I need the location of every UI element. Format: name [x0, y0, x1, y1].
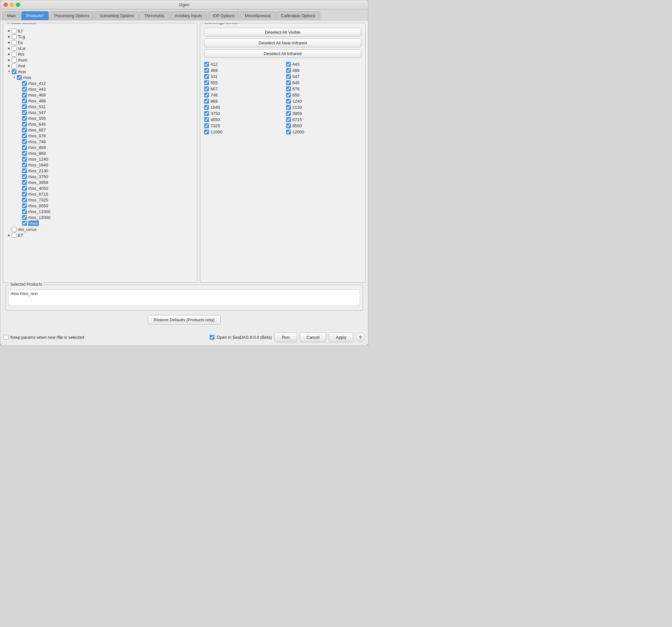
wl-cb-667[interactable]: [204, 86, 209, 91]
minimize-button[interactable]: [10, 3, 14, 7]
tree-item-rhos_6715[interactable]: rhos_6715: [5, 191, 195, 197]
cb-rhos_667[interactable]: [22, 128, 27, 132]
cb-rhos_1240[interactable]: [22, 157, 27, 161]
wl-cb-11000[interactable]: [204, 129, 209, 134]
tab-thresholds[interactable]: Thresholds: [139, 11, 169, 20]
cb-rhos_4050[interactable]: [22, 186, 27, 191]
wl-cb-2130[interactable]: [286, 105, 291, 110]
wl-cb-1640[interactable]: [204, 105, 209, 110]
cb-rhos_3750[interactable]: [22, 174, 27, 179]
tab-misc[interactable]: Miscellaneous: [240, 11, 275, 20]
arrow-nLw[interactable]: [6, 46, 12, 51]
tab-products[interactable]: Products*: [21, 11, 49, 20]
arrow-rhos[interactable]: [6, 69, 12, 74]
tree-item-BT[interactable]: BT: [5, 232, 195, 238]
tree-item-rhos[interactable]: rhos: [5, 69, 195, 74]
wl-cb-7325[interactable]: [204, 123, 209, 128]
apply-button[interactable]: Apply: [329, 332, 353, 342]
cb-rhos_11000[interactable]: [22, 209, 27, 214]
open-seadas-checkbox[interactable]: [210, 335, 215, 340]
keep-params-checkbox[interactable]: [4, 335, 8, 340]
cb-rhos_488[interactable]: [22, 98, 27, 103]
tree-item-rhos_11000[interactable]: rhos_11000: [5, 208, 195, 215]
wl-cb-3750[interactable]: [204, 111, 209, 116]
arrow-TLg[interactable]: [6, 34, 12, 39]
tab-processing[interactable]: Processing Options: [49, 11, 94, 20]
cb-rhos_2130[interactable]: [22, 169, 27, 173]
arrow-rhot[interactable]: [6, 63, 12, 68]
cb-rho_cirrus[interactable]: [12, 227, 17, 232]
arrow-Es[interactable]: [6, 40, 12, 45]
tree-item-rhos_667[interactable]: rhos_667: [5, 127, 195, 133]
wl-cb-6715[interactable]: [286, 117, 291, 122]
deselect-all-ir-button[interactable]: Deselect All Infrared: [204, 49, 361, 58]
arrow-rhos-sub[interactable]: [12, 75, 17, 80]
tree-item-rhos_547[interactable]: rhos_547: [5, 109, 195, 115]
wl-cb-859[interactable]: [286, 93, 291, 98]
wl-cb-555[interactable]: [204, 80, 209, 85]
tree-item-tLf[interactable]: tLf: [5, 28, 195, 34]
tab-ancillary[interactable]: Ancillary Inputs: [170, 11, 207, 20]
tree-item-rhos_8550[interactable]: rhos_8550: [5, 203, 195, 208]
cb-rhos-sub[interactable]: [17, 75, 22, 80]
help-button[interactable]: ?: [356, 333, 365, 342]
cb-rhos_412[interactable]: [22, 81, 27, 86]
tree-item-rhos_12000[interactable]: rhos_12000: [5, 215, 195, 220]
run-button[interactable]: Run: [274, 332, 297, 342]
wl-cb-12000[interactable]: [286, 129, 291, 134]
cb-Es[interactable]: [12, 40, 17, 45]
cb-rhom[interactable]: [12, 58, 17, 62]
tree-item-rho_cirrus[interactable]: rho_cirrus: [5, 226, 195, 232]
tree-item-rhos_3750[interactable]: rhos_3750: [5, 174, 195, 179]
cb-rhos_555[interactable]: [22, 116, 27, 121]
tree-item-rhos_3959[interactable]: rhos_3959: [5, 179, 195, 185]
cb-rhos_1640[interactable]: [22, 162, 27, 168]
arrow-tLf[interactable]: [6, 28, 12, 33]
product-tree-scroll[interactable]: tLf TLg Es: [3, 23, 197, 282]
cb-rhos-tag[interactable]: [22, 221, 27, 226]
tree-item-rhos_748[interactable]: rhos_748: [5, 139, 195, 145]
wl-cb-748[interactable]: [204, 93, 209, 98]
cb-rhos_3959[interactable]: [22, 180, 27, 185]
tree-item-rhos_869[interactable]: rhos_869: [5, 150, 195, 156]
tree-item-rhos_2130[interactable]: rhos_2130: [5, 168, 195, 174]
tree-item-rhos_412[interactable]: rhos_412: [5, 80, 195, 86]
tree-item-rhos_645[interactable]: rhos_645: [5, 121, 195, 127]
tree-item-rhos-sub[interactable]: rhos: [5, 74, 195, 80]
cb-rhos_8550[interactable]: [22, 203, 27, 208]
tree-item-rhom[interactable]: rhom: [5, 57, 195, 63]
cb-Rrs[interactable]: [12, 52, 17, 57]
cb-rhos_469[interactable]: [22, 93, 27, 98]
tree-item-rhos_859[interactable]: rhos_859: [5, 145, 195, 150]
cb-rhot[interactable]: [12, 64, 17, 68]
cb-TLg[interactable]: [12, 34, 17, 39]
tree-item-rhos_1240[interactable]: rhos_1240: [5, 156, 195, 162]
tree-item-rhos_443[interactable]: rhos_443: [5, 86, 195, 92]
tree-item-rhos_7325[interactable]: rhos_7325: [5, 197, 195, 203]
tree-item-rhos_488[interactable]: rhos_488: [5, 98, 195, 104]
tab-iop[interactable]: IOP Options: [208, 11, 239, 20]
arrow-Rrs[interactable]: [6, 51, 12, 57]
tree-item-nLw[interactable]: nLw: [5, 45, 195, 51]
cb-nLw[interactable]: [12, 46, 17, 51]
tree-item-rhos_4050[interactable]: rhos_4050: [5, 185, 195, 191]
cb-rhos[interactable]: [12, 69, 17, 74]
cb-rhos_7325[interactable]: [22, 198, 27, 202]
tab-main[interactable]: Main: [2, 11, 21, 20]
wl-cb-412[interactable]: [204, 62, 209, 67]
tree-item-TLg[interactable]: TLg: [5, 34, 195, 40]
close-button[interactable]: [4, 3, 8, 7]
tree-item-rhot[interactable]: rhot: [5, 63, 195, 69]
tree-item-rhos_1640[interactable]: rhos_1640: [5, 162, 195, 168]
tree-item-rhos_469[interactable]: rhos_469: [5, 92, 195, 98]
cb-rhos_547[interactable]: [22, 110, 27, 115]
cb-rhos_6715[interactable]: [22, 192, 27, 197]
wl-cb-645[interactable]: [286, 80, 291, 85]
cb-rhos_443[interactable]: [22, 87, 27, 92]
wl-cb-678[interactable]: [286, 86, 291, 91]
wl-cb-1240[interactable]: [286, 99, 291, 104]
arrow-rhom[interactable]: [6, 57, 12, 62]
tree-item-rhos_531[interactable]: rhos_531: [5, 104, 195, 109]
tree-item-Es[interactable]: Es: [5, 40, 195, 45]
wl-cb-8550[interactable]: [286, 123, 291, 128]
